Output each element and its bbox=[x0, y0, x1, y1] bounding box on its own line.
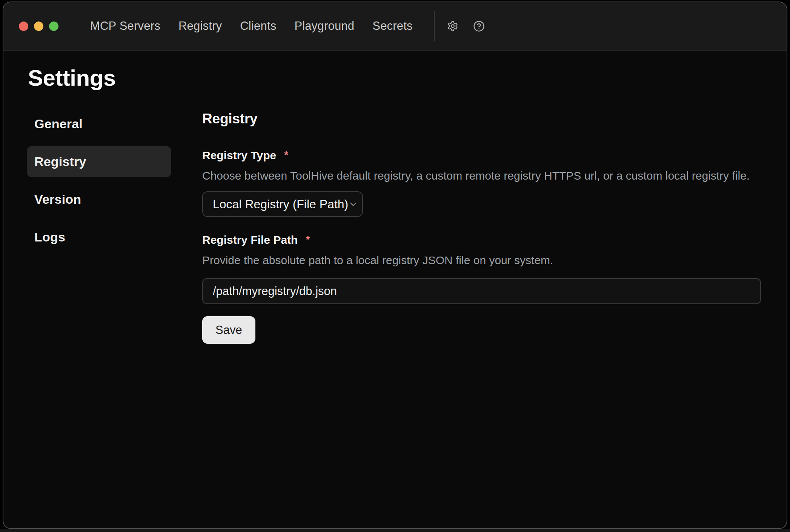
settings-button[interactable] bbox=[444, 18, 461, 34]
gear-icon bbox=[447, 20, 458, 32]
registry-file-path-description: Provide the absolute path to a local reg… bbox=[202, 253, 762, 268]
required-asterisk: * bbox=[306, 232, 310, 247]
sidebar-item-version[interactable]: Version bbox=[27, 184, 171, 215]
field-label-text: Registry Type bbox=[202, 148, 276, 163]
section-heading: Registry bbox=[202, 111, 762, 127]
nav-item-registry[interactable]: Registry bbox=[178, 19, 222, 33]
nav-divider bbox=[434, 11, 435, 41]
sidebar-item-general[interactable]: General bbox=[27, 108, 171, 140]
nav-item-clients[interactable]: Clients bbox=[240, 19, 276, 33]
sidebar-item-registry[interactable]: Registry bbox=[27, 146, 171, 177]
desktop-background-strip bbox=[0, 529, 790, 532]
registry-type-label: Registry Type * bbox=[202, 148, 762, 163]
required-asterisk: * bbox=[284, 148, 288, 162]
registry-type-description: Choose between ToolHive default registry… bbox=[202, 169, 762, 183]
chevron-down-icon bbox=[348, 199, 358, 209]
save-button[interactable]: Save bbox=[202, 316, 255, 344]
minimize-window-button[interactable] bbox=[34, 22, 43, 31]
nav-item-secrets[interactable]: Secrets bbox=[372, 19, 413, 33]
registry-settings-panel: Registry Registry Type * Choose between … bbox=[202, 108, 762, 344]
nav-item-mcp-servers[interactable]: MCP Servers bbox=[90, 19, 160, 33]
registry-file-path-label: Registry File Path * bbox=[202, 233, 762, 247]
page-title: Settings bbox=[28, 67, 787, 89]
app-window: MCP Servers Registry Clients Playground … bbox=[3, 2, 787, 529]
titlebar: MCP Servers Registry Clients Playground … bbox=[3, 2, 787, 51]
help-button[interactable] bbox=[471, 18, 487, 34]
sidebar-item-logs[interactable]: Logs bbox=[27, 221, 171, 253]
close-window-button[interactable] bbox=[19, 22, 28, 31]
zoom-window-button[interactable] bbox=[49, 22, 58, 31]
settings-page: Settings General Registry Version Logs R… bbox=[3, 51, 787, 344]
settings-sidebar: General Registry Version Logs bbox=[27, 108, 171, 344]
help-icon bbox=[473, 20, 485, 32]
selected-option-label: Local Registry (File Path) bbox=[213, 197, 348, 211]
nav-item-playground[interactable]: Playground bbox=[294, 19, 354, 33]
window-controls bbox=[19, 22, 58, 31]
registry-type-select[interactable]: Local Registry (File Path) bbox=[202, 191, 363, 217]
registry-file-path-input[interactable] bbox=[202, 278, 761, 304]
top-nav: MCP Servers Registry Clients Playground … bbox=[90, 19, 413, 33]
field-label-text: Registry File Path bbox=[202, 233, 298, 247]
